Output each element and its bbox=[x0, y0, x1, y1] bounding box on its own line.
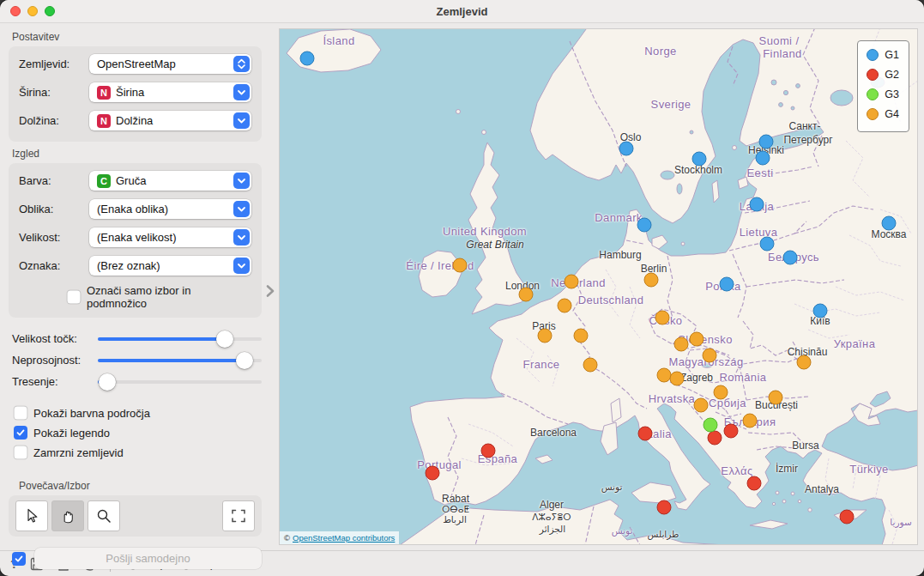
data-point-g4[interactable] bbox=[797, 355, 812, 370]
show-legend-label: Pokaži legendo bbox=[33, 427, 110, 440]
data-point-g4[interactable] bbox=[574, 329, 589, 343]
data-point-g4[interactable] bbox=[703, 349, 717, 363]
select-tool-button[interactable] bbox=[15, 500, 48, 531]
data-point-g1[interactable] bbox=[759, 135, 774, 149]
data-point-g2[interactable] bbox=[426, 466, 440, 481]
zoom-tool-button[interactable] bbox=[88, 500, 120, 531]
checkbox[interactable] bbox=[67, 290, 81, 304]
data-point-g1[interactable] bbox=[300, 52, 315, 66]
data-point-g4[interactable] bbox=[538, 329, 553, 343]
updown-chevron-icon bbox=[233, 56, 250, 72]
send-automatically-button[interactable]: Pošlji samodejno bbox=[34, 548, 262, 569]
checkbox[interactable] bbox=[14, 426, 27, 440]
data-point-g4[interactable] bbox=[694, 398, 709, 413]
lake-vattern bbox=[677, 184, 682, 194]
data-point-g2[interactable] bbox=[481, 444, 496, 458]
osm-attribution-link[interactable]: OpenStreetMap contributors bbox=[293, 533, 395, 543]
opacity-slider[interactable] bbox=[98, 352, 262, 369]
slider-thumb[interactable] bbox=[236, 352, 253, 369]
data-point-g4[interactable] bbox=[644, 273, 659, 288]
label-only-selection-checkbox-row[interactable]: Označi samo izbor in podmnožico bbox=[67, 284, 251, 310]
legend-color-dot bbox=[867, 69, 879, 81]
appearance-group-caption: Izgled bbox=[12, 148, 280, 160]
point-size-label: Velikost točk: bbox=[12, 332, 98, 345]
data-point-g2[interactable] bbox=[724, 424, 739, 439]
data-point-g4[interactable] bbox=[670, 372, 685, 386]
data-point-g3[interactable] bbox=[704, 418, 718, 433]
map-provider-dropdown[interactable]: OpenStreetMap bbox=[89, 54, 251, 74]
latitude-dropdown[interactable]: N Širina bbox=[89, 82, 251, 102]
data-point-g1[interactable] bbox=[692, 152, 707, 167]
data-point-g4[interactable] bbox=[769, 391, 783, 405]
data-point-g2[interactable] bbox=[638, 427, 653, 441]
aegean-island bbox=[791, 492, 794, 495]
data-point-g4[interactable] bbox=[690, 332, 704, 347]
fit-to-view-button[interactable] bbox=[222, 500, 255, 531]
provider-label: Zemljevid: bbox=[14, 58, 89, 70]
zoom-select-toolbox bbox=[9, 495, 262, 537]
latitude-value: Širina bbox=[116, 86, 144, 99]
data-point-g4[interactable] bbox=[583, 358, 598, 373]
shape-dropdown[interactable]: (Enaka oblika) bbox=[89, 199, 251, 219]
slider-thumb[interactable] bbox=[216, 330, 233, 348]
lake-ladoga bbox=[830, 90, 853, 106]
checkbox[interactable] bbox=[14, 406, 27, 420]
data-point-g4[interactable] bbox=[655, 311, 670, 325]
data-point-g2[interactable] bbox=[657, 500, 672, 515]
data-point-g1[interactable] bbox=[720, 277, 734, 292]
data-point-g4[interactable] bbox=[674, 337, 689, 352]
data-point-g4[interactable] bbox=[565, 275, 579, 289]
freeze-map-checkbox-row[interactable]: Zamrzni zemljevid bbox=[14, 446, 280, 459]
shetland bbox=[482, 130, 486, 135]
color-dropdown[interactable]: C Gruča bbox=[89, 171, 251, 191]
data-point-g1[interactable] bbox=[750, 197, 764, 212]
data-point-g4[interactable] bbox=[519, 288, 534, 302]
aegean-island bbox=[772, 502, 775, 505]
close-window-button[interactable] bbox=[10, 6, 21, 16]
data-point-g2[interactable] bbox=[708, 431, 722, 446]
opacity-label: Neprosojnost: bbox=[12, 354, 98, 367]
data-point-g1[interactable] bbox=[637, 218, 652, 233]
data-point-g2[interactable] bbox=[747, 476, 762, 491]
minimize-window-button[interactable] bbox=[27, 6, 38, 16]
data-point-g2[interactable] bbox=[840, 510, 855, 524]
data-point-g4[interactable] bbox=[714, 385, 728, 400]
pan-tool-button[interactable] bbox=[51, 500, 84, 531]
legend-item: G3 bbox=[867, 88, 899, 100]
numeric-variable-icon: N bbox=[97, 114, 111, 128]
copyright-symbol: © bbox=[284, 533, 290, 543]
titlebar: Zemljevid bbox=[0, 0, 924, 23]
sidebar-splitter-handle[interactable] bbox=[265, 282, 279, 300]
chevron-down-icon bbox=[233, 201, 250, 217]
show-color-regions-checkbox-row[interactable]: Pokaži barvna področja bbox=[14, 406, 280, 420]
magnifier-icon bbox=[95, 507, 112, 524]
legend-label: G4 bbox=[885, 108, 899, 120]
jitter-label: Tresenje: bbox=[12, 375, 98, 388]
data-point-g1[interactable] bbox=[619, 142, 634, 156]
data-point-g4[interactable] bbox=[558, 299, 572, 313]
size-dropdown[interactable]: (Enaka velikost) bbox=[89, 227, 251, 247]
chevron-right-icon bbox=[265, 284, 275, 298]
show-legend-checkbox-row[interactable]: Pokaži legendo bbox=[14, 426, 280, 440]
checkbox[interactable] bbox=[14, 446, 27, 459]
zoom-window-button[interactable] bbox=[45, 6, 55, 16]
data-point-g4[interactable] bbox=[453, 258, 468, 273]
rhodes bbox=[808, 508, 812, 512]
label-dropdown[interactable]: (Brez oznak) bbox=[89, 256, 251, 276]
slider-thumb[interactable] bbox=[99, 373, 116, 391]
data-point-g1[interactable] bbox=[783, 251, 798, 265]
send-auto-checkbox[interactable] bbox=[12, 552, 26, 566]
jitter-slider[interactable] bbox=[98, 373, 262, 391]
freeze-map-label: Zamrzni zemljevid bbox=[33, 446, 124, 459]
longitude-label: Dolžina: bbox=[14, 114, 89, 127]
chevron-down-icon bbox=[233, 173, 250, 189]
point-size-slider[interactable] bbox=[98, 330, 262, 348]
data-point-g1[interactable] bbox=[756, 151, 770, 166]
data-point-g1[interactable] bbox=[760, 237, 775, 252]
data-point-g4[interactable] bbox=[743, 414, 758, 428]
map-view[interactable]: ÍslandNorgeSuomi /FinlandSverigeOsloStoc… bbox=[280, 29, 917, 544]
longitude-dropdown[interactable]: N Dolžina bbox=[89, 111, 251, 130]
expand-corners-icon bbox=[231, 508, 246, 524]
data-point-g1[interactable] bbox=[813, 304, 828, 318]
data-point-g1[interactable] bbox=[882, 216, 897, 231]
